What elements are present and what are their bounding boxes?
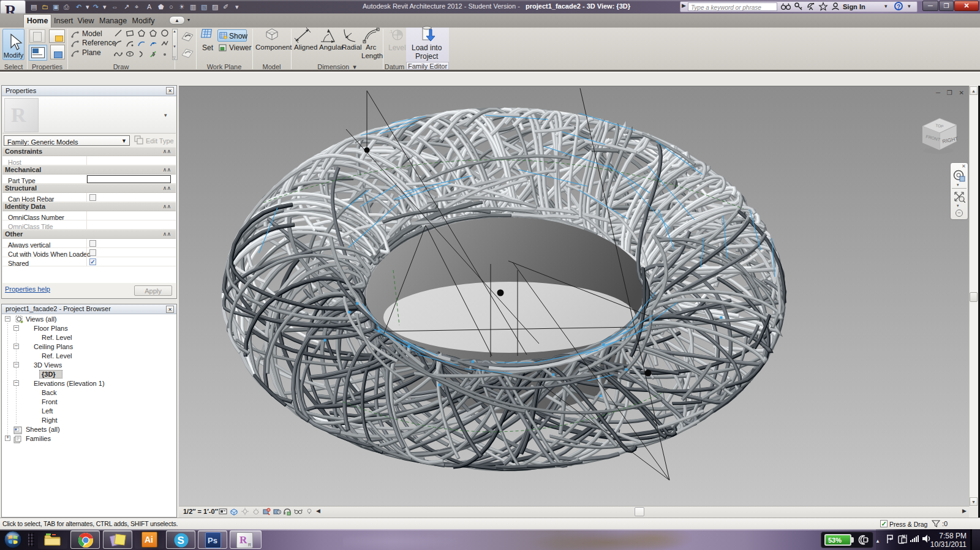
svg-text:.1: .1 bbox=[389, 29, 393, 34]
svg-text:S: S bbox=[178, 535, 184, 546]
